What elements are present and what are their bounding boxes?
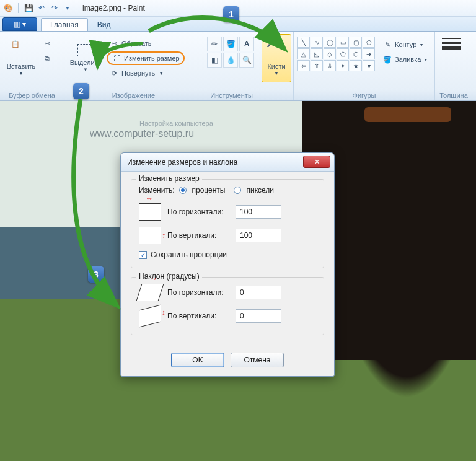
resize-fieldset: Изменить размер Изменить: проценты пиксе… bbox=[131, 179, 324, 268]
rotate-button[interactable]: ⟳Повернуть▼ bbox=[107, 66, 185, 80]
quick-access-toolbar: 🎨 💾 ↶ ↷ ▼ bbox=[2, 2, 73, 14]
ok-button[interactable]: OK bbox=[171, 353, 224, 367]
skew-v-input[interactable]: 0 bbox=[236, 309, 281, 323]
shapes-gallery[interactable]: ╲ ∿ ◯ ▭ ▢ ⬠ △ ◺ ◇ ⬠ ⬡ ➔ ⇦ ⇧ ⇩ ✦ ★ ▾ bbox=[298, 37, 375, 71]
select-button[interactable]: Выделить ▼ bbox=[68, 34, 103, 82]
eraser-tool[interactable]: ◧ bbox=[207, 53, 222, 68]
text-tool[interactable]: A bbox=[239, 37, 254, 51]
copy-icon: ⧉ bbox=[42, 53, 52, 63]
callout-1: 1 bbox=[223, 6, 239, 22]
app-icon: 🎨 bbox=[2, 2, 14, 14]
fill-tool[interactable]: 🪣 bbox=[223, 37, 238, 51]
shape-roundrect[interactable]: ▢ bbox=[350, 37, 362, 48]
dialog-title: Изменение размеров и наклона bbox=[127, 158, 237, 167]
watermark-line2: www.computer-setup.ru bbox=[90, 128, 194, 139]
tab-view[interactable]: Вид bbox=[88, 18, 120, 31]
resize-h-icon bbox=[139, 203, 161, 221]
callout-2: 2 bbox=[73, 83, 89, 99]
shape-fill-button[interactable]: 🪣Заливка▾ bbox=[380, 53, 430, 66]
shape-arrow[interactable]: ➔ bbox=[363, 48, 375, 59]
shape-rect[interactable]: ▭ bbox=[337, 37, 349, 48]
group-brushes: 🖌 Кисти ▼ bbox=[260, 32, 294, 100]
group-size: Толщина bbox=[435, 32, 472, 100]
undo-icon[interactable]: ↶ bbox=[36, 2, 47, 14]
shape-more[interactable]: ▾ bbox=[363, 60, 375, 71]
window-title: image2.png - Paint bbox=[82, 4, 145, 12]
shape-diamond[interactable]: ◇ bbox=[324, 48, 336, 59]
image-collar bbox=[364, 107, 451, 122]
qat-dropdown-icon[interactable]: ▼ bbox=[62, 2, 73, 14]
zoom-tool[interactable]: 🔍 bbox=[239, 53, 254, 68]
radio-pixels[interactable] bbox=[234, 187, 241, 194]
copy-button[interactable]: ⧉ bbox=[40, 51, 55, 65]
aspect-label: Сохранить пропорции bbox=[151, 250, 227, 259]
crop-button[interactable]: ✂Обрезать bbox=[107, 37, 185, 50]
radio-percent-label: проценты bbox=[192, 186, 225, 195]
skew-v-icon bbox=[139, 305, 161, 328]
shape-arrow2[interactable]: ⇦ bbox=[298, 60, 310, 71]
shape-line[interactable]: ╲ bbox=[298, 37, 310, 48]
pencil-tool[interactable]: ✏ bbox=[207, 37, 222, 51]
shape-outline-button[interactable]: ✎Контур▾ bbox=[380, 38, 430, 51]
rotate-icon: ⟳ bbox=[109, 68, 119, 78]
crop-icon: ✂ bbox=[109, 38, 119, 48]
shape-star4[interactable]: ✦ bbox=[337, 60, 349, 71]
resize-dialog: Изменение размеров и наклона ✕ Изменить … bbox=[120, 152, 335, 377]
close-button[interactable]: ✕ bbox=[303, 156, 330, 168]
scissors-icon: ✂ bbox=[42, 38, 52, 48]
shape-oval[interactable]: ◯ bbox=[324, 37, 336, 48]
dialog-titlebar[interactable]: Изменение размеров и наклона ✕ bbox=[121, 153, 334, 172]
skew-fieldset: Наклон (градусы) По горизонтали: 0 По ве… bbox=[131, 277, 324, 335]
skew-h-input[interactable]: 0 bbox=[236, 286, 281, 299]
brushes-button[interactable]: 🖌 Кисти ▼ bbox=[262, 34, 291, 82]
radio-pixels-label: пиксели bbox=[246, 186, 274, 195]
outline-icon: ✎ bbox=[382, 40, 392, 50]
cut-button[interactable]: ✂ bbox=[40, 37, 55, 50]
shape-curve[interactable]: ∿ bbox=[311, 37, 323, 48]
file-tab[interactable]: ▥ ▾ bbox=[2, 17, 37, 31]
shape-rtri[interactable]: ◺ bbox=[311, 48, 323, 59]
group-clipboard: 📋 Вставить ▼ ✂ ⧉ Буфер обмена bbox=[0, 32, 64, 100]
shape-hex[interactable]: ⬡ bbox=[350, 48, 362, 59]
shape-polygon[interactable]: ⬠ bbox=[363, 37, 375, 48]
resize-legend: Изменить размер bbox=[136, 174, 202, 183]
shape-arrow4[interactable]: ⇩ bbox=[324, 60, 336, 71]
resize-icon: ⛶ bbox=[112, 53, 121, 63]
group-tools: ✏ 🪣 A ◧ 💧 🔍 Инструменты bbox=[203, 32, 260, 100]
shape-pent[interactable]: ⬠ bbox=[337, 48, 349, 59]
skew-v-label: По вертикали: bbox=[167, 312, 229, 320]
shape-star5[interactable]: ★ bbox=[350, 60, 362, 71]
fill-icon: 🪣 bbox=[382, 55, 392, 64]
resize-h-input[interactable]: 100 bbox=[236, 205, 281, 219]
resize-v-icon bbox=[139, 227, 161, 244]
by-label: Изменить: bbox=[139, 186, 174, 195]
resize-v-label: По вертикали: bbox=[167, 231, 229, 240]
redo-icon[interactable]: ↷ bbox=[49, 2, 60, 14]
file-menu-icon: ▥ ▾ bbox=[14, 20, 26, 29]
tools-grid: ✏ 🪣 A ◧ 💧 🔍 bbox=[207, 37, 254, 68]
radio-percent[interactable] bbox=[179, 187, 187, 194]
select-icon bbox=[77, 44, 94, 56]
skew-h-label: По горизонтали: bbox=[167, 288, 229, 297]
watermark-line1: Настройка компьютера bbox=[139, 120, 213, 127]
clipboard-icon: 📋 bbox=[11, 40, 31, 60]
save-icon[interactable]: 💾 bbox=[23, 2, 34, 14]
close-icon: ✕ bbox=[314, 158, 320, 166]
paste-button[interactable]: 📋 Вставить ▼ bbox=[4, 34, 38, 82]
skew-h-icon bbox=[136, 284, 164, 301]
size-button[interactable] bbox=[439, 34, 464, 50]
ribbon: 📋 Вставить ▼ ✂ ⧉ Буфер обмена Выделить ▼… bbox=[0, 32, 476, 101]
shape-arrow3[interactable]: ⇧ bbox=[311, 60, 323, 71]
callout-3: 3 bbox=[88, 266, 104, 283]
cancel-button[interactable]: Отмена bbox=[231, 353, 284, 367]
brush-icon: 🖌 bbox=[267, 40, 286, 60]
tab-home[interactable]: Главная bbox=[41, 18, 88, 31]
resize-v-input[interactable]: 100 bbox=[236, 229, 281, 242]
shape-tri[interactable]: △ bbox=[298, 48, 310, 59]
group-shapes: ╲ ∿ ◯ ▭ ▢ ⬠ △ ◺ ◇ ⬠ ⬡ ➔ ⇦ ⇧ ⇩ ✦ ★ ▾ ✎Кон… bbox=[294, 32, 435, 100]
aspect-checkbox[interactable]: ✓ bbox=[139, 251, 147, 259]
resize-button[interactable]: ⛶Изменить размер bbox=[107, 51, 185, 65]
picker-tool[interactable]: 💧 bbox=[223, 53, 238, 68]
resize-h-label: По горизонтали: bbox=[167, 208, 229, 216]
